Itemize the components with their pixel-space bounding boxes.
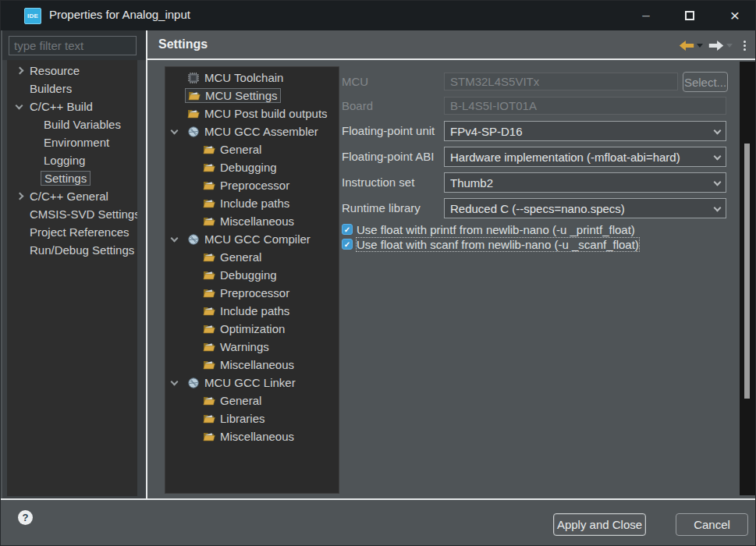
view-menu-icon[interactable] [744, 41, 746, 51]
back-history-dropdown-icon[interactable] [697, 44, 703, 48]
chevron-right-icon[interactable] [16, 193, 30, 199]
sidebar-item-label: Logging [44, 154, 85, 167]
tree-item-linker-libraries[interactable]: Libraries [165, 410, 339, 427]
tree-item-assembler-preprocessor[interactable]: Preprocessor [165, 176, 339, 194]
settings-header: Settings [147, 30, 756, 60]
chevron-down-icon[interactable] [172, 381, 187, 385]
sidebar-item-label: CMSIS-SVD Settings [30, 207, 137, 221]
chevron-down-icon[interactable] [172, 238, 187, 241]
chevron-down-icon [714, 153, 722, 161]
printf-float-checkbox-row[interactable]: ✓ Use float with printf from newlib-nano… [342, 222, 635, 236]
tree-item-label: Miscellaneous [220, 430, 294, 443]
category-tree: Resource Builders C/C++ Build Build Vari… [7, 60, 137, 496]
gear-icon [187, 377, 200, 389]
folder-icon [203, 251, 215, 264]
titlebar[interactable]: IDE Properties for Analog_input – × [1, 1, 755, 30]
runtime-library-value: Reduced C (--specs=nano.specs) [450, 202, 625, 215]
checkbox-checked-icon[interactable]: ✓ [342, 224, 353, 235]
properties-dialog: IDE Properties for Analog_input – × Reso… [0, 0, 756, 546]
runtime-library-label: Runtime library [342, 201, 421, 214]
tree-item-gcc-assembler[interactable]: MCU GCC Assembler [165, 122, 339, 140]
fp-abi-value: Hardware implementation (-mfloat-abi=har… [450, 151, 680, 164]
chevron-down-icon [714, 127, 722, 135]
instruction-set-combobox[interactable]: Thumb2 [444, 172, 726, 193]
tree-item-gcc-linker[interactable]: MCU GCC Linker [165, 374, 339, 392]
folder-icon [203, 144, 215, 156]
vertical-scrollbar[interactable] [740, 62, 755, 495]
tree-item-assembler-debugging[interactable]: Debugging [165, 158, 339, 176]
tree-item-gcc-compiler[interactable]: MCU GCC Compiler [165, 230, 339, 248]
fpu-label: Floating-point unit [342, 124, 435, 137]
chevron-down-icon[interactable] [172, 130, 187, 133]
tree-item-compiler-preprocessor[interactable]: Preprocessor [165, 284, 339, 302]
tool-settings-tree: MCU Toolchain MCU Settings MCU Post buil… [165, 66, 339, 494]
apply-and-close-button[interactable]: Apply and Close [553, 513, 646, 536]
tree-item-compiler-misc[interactable]: Miscellaneous [165, 356, 339, 374]
mcu-field[interactable]: STM32L4S5VITx [444, 73, 678, 90]
cancel-button[interactable]: Cancel [676, 513, 748, 536]
sidebar-item-project-references[interactable]: Project References [7, 223, 137, 241]
folder-icon [203, 323, 215, 335]
sidebar-item-build-variables[interactable]: Build Variables [7, 115, 137, 133]
back-arrow-icon[interactable] [679, 41, 694, 51]
sidebar-item-settings[interactable]: Settings [7, 169, 137, 187]
forward-history-dropdown-icon[interactable] [726, 44, 733, 48]
tree-item-mcu-toolchain[interactable]: MCU Toolchain [165, 69, 339, 87]
board-field[interactable]: B-L4S5I-IOT01A [444, 97, 726, 115]
chevron-down-icon[interactable] [16, 105, 30, 108]
tree-item-label: MCU GCC Assembler [204, 125, 318, 138]
sidebar-item-cmsis-svd[interactable]: CMSIS-SVD Settings [7, 205, 137, 223]
tree-item-compiler-optimization[interactable]: Optimization [165, 320, 339, 338]
tree-item-label: Debugging [220, 268, 277, 282]
folder-icon [188, 90, 201, 102]
sidebar-item-cpp-build[interactable]: C/C++ Build [7, 98, 137, 115]
tree-item-label: MCU GCC Compiler [204, 232, 311, 246]
sidebar-item-label-selected: Settings [41, 171, 91, 186]
tree-item-assembler-general[interactable]: General [165, 140, 339, 158]
maximize-icon [685, 11, 694, 20]
folder-icon [203, 395, 215, 407]
tree-item-mcu-post-build[interactable]: MCU Post build outputs [165, 105, 339, 122]
sidebar-item-cpp-general[interactable]: C/C++ General [7, 187, 137, 205]
tree-item-compiler-warnings[interactable]: Warnings [165, 338, 339, 356]
tree-item-linker-misc[interactable]: Miscellaneous [165, 427, 339, 445]
folder-icon [203, 341, 215, 353]
folder-icon [203, 161, 215, 174]
tree-item-compiler-include-paths[interactable]: Include paths [165, 302, 339, 320]
sidebar-item-builders[interactable]: Builders [7, 80, 137, 98]
help-button[interactable]: ? [18, 510, 33, 525]
tree-item-assembler-include-paths[interactable]: Include paths [165, 194, 339, 212]
runtime-library-combobox[interactable]: Reduced C (--specs=nano.specs) [444, 198, 726, 218]
chevron-down-icon [714, 179, 722, 186]
minimize-button[interactable]: – [628, 1, 664, 30]
tree-item-label: Warnings [220, 340, 269, 353]
tree-item-compiler-debugging[interactable]: Debugging [165, 266, 339, 284]
printf-float-label: Use float with printf from newlib-nano (… [357, 223, 635, 236]
tree-item-compiler-general[interactable]: General [165, 248, 339, 266]
checkbox-checked-icon[interactable]: ✓ [342, 239, 353, 250]
chevron-right-icon[interactable] [16, 68, 30, 73]
folder-icon [187, 108, 200, 120]
scanf-float-label: Use float with scanf from newlib-nano (-… [357, 238, 639, 251]
fp-abi-combobox[interactable]: Hardware implementation (-mfloat-abi=har… [444, 147, 726, 167]
app-icon: IDE [24, 8, 41, 24]
sidebar-item-run-debug[interactable]: Run/Debug Settings [7, 241, 137, 259]
scrollbar-thumb[interactable] [744, 144, 750, 399]
forward-arrow-icon[interactable] [708, 41, 724, 51]
folder-icon [203, 179, 215, 192]
close-button[interactable]: × [717, 1, 753, 30]
sidebar-item-environment[interactable]: Environment [7, 133, 137, 151]
folder-icon [203, 269, 215, 282]
sidebar-item-logging[interactable]: Logging [7, 151, 137, 169]
mcu-select-button[interactable]: Select... [683, 72, 728, 92]
tree-item-label: Preprocessor [220, 179, 289, 192]
sidebar-item-resource[interactable]: Resource [7, 62, 137, 80]
history-nav [678, 30, 756, 60]
filter-input[interactable] [9, 36, 137, 55]
scanf-float-checkbox-row[interactable]: ✓ Use float with scanf from newlib-nano … [342, 237, 639, 251]
tree-item-mcu-settings[interactable]: MCU Settings [165, 87, 339, 105]
maximize-button[interactable] [672, 1, 708, 30]
tree-item-assembler-misc[interactable]: Miscellaneous [165, 212, 339, 230]
tree-item-linker-general[interactable]: General [165, 392, 339, 410]
fpu-combobox[interactable]: FPv4-SP-D16 [444, 121, 726, 141]
